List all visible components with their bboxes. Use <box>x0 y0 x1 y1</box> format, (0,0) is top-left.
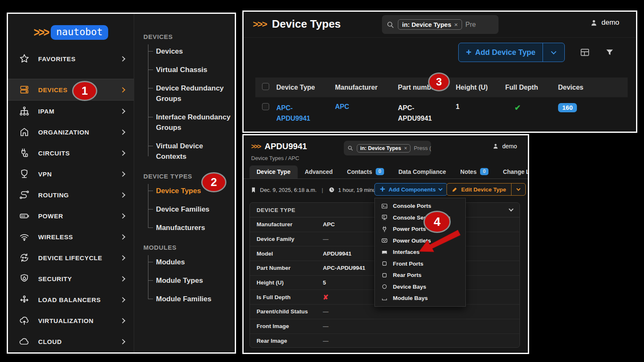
front-port-icon <box>381 260 388 267</box>
sidebar-item-devices[interactable]: DEVICES <box>8 79 134 101</box>
flyout-item-devices[interactable]: Devices <box>156 46 231 57</box>
module-bay-icon <box>381 295 388 302</box>
search-icon <box>386 21 395 29</box>
breadcrumb[interactable]: Device Types / APC <box>251 155 299 161</box>
page-title: Device Types <box>272 18 341 31</box>
menu-item-rear-ports[interactable]: Rear Ports <box>375 269 465 281</box>
column-header-manufacturer[interactable]: Manufacturer <box>332 78 395 97</box>
flyout-item-device-families[interactable]: Device Families <box>156 204 231 215</box>
power-port-icon <box>381 225 388 233</box>
plus-icon: + <box>466 47 471 58</box>
flyout-item-module-types[interactable]: Module Types <box>156 275 231 286</box>
card-row-parent-child-status: Parent/child Status — <box>250 305 519 319</box>
sidebar-item-security[interactable]: SECURITY <box>8 268 134 289</box>
plus-icon: + <box>380 184 385 195</box>
chip-close-icon[interactable]: × <box>454 21 458 28</box>
chip-close-icon[interactable]: × <box>404 145 407 151</box>
search-filter-chip[interactable]: in: Device Types × <box>398 19 462 30</box>
sidebar-item-power[interactable]: POWER <box>8 205 134 226</box>
interface-icon <box>381 248 388 256</box>
table-row: APC-APDU9941 APC APC-APDU9941 1 ✔ 160 <box>255 97 628 127</box>
sidebar-item-vpn[interactable]: VPN <box>8 163 134 184</box>
username: demo <box>502 143 517 150</box>
sidebar-item-load-balancers[interactable]: LOAD BALANCERS <box>8 289 134 310</box>
sidebar-item-ipam[interactable]: IPAM <box>8 101 134 122</box>
tab-advanced[interactable]: Advanced <box>298 165 340 178</box>
column-header-height-u[interactable]: Height (U) <box>452 78 502 97</box>
tab-notes[interactable]: Notes0 <box>453 165 496 178</box>
card-row-rear-image: Rear Image — <box>250 334 519 348</box>
edit-device-type-button[interactable]: Edit Device Type <box>447 184 511 195</box>
sidebar-item-virtualization[interactable]: VIRTUALIZATION <box>8 310 134 331</box>
menu-item-front-ports[interactable]: Front Ports <box>375 258 465 270</box>
device-lifecycle-icon <box>18 251 31 264</box>
add-device-type-caret-button[interactable] <box>543 43 564 62</box>
search-input[interactable]: in: Device Types × Pre <box>382 15 499 34</box>
step-annotation-1: 1 <box>72 81 97 101</box>
flyout-item-virtual-device-contexts[interactable]: Virtual Device Contexts <box>156 141 231 162</box>
device-type-link[interactable]: APC-APDU9941 <box>276 103 320 124</box>
flyout-item-device-redundancy-groups[interactable]: Device Redundancy Groups <box>156 83 231 104</box>
chevron-right-icon <box>120 192 125 198</box>
manufacturer-link[interactable]: APC <box>323 221 335 228</box>
flyout-item-modules[interactable]: Modules <box>156 257 231 267</box>
false-x-icon: ✘ <box>323 293 328 301</box>
notes-count-badge: 0 <box>480 168 489 175</box>
search-filter-chip[interactable]: in: Device Types × <box>357 144 410 153</box>
chevron-right-icon <box>120 87 125 93</box>
chevron-down-icon <box>439 186 443 191</box>
username: demo <box>601 18 619 27</box>
brand-chevrons-icon: >>> <box>251 143 260 150</box>
search-input[interactable]: in: Device Types × Press ( <box>344 141 431 155</box>
tab-data-compliance[interactable]: Data Compliance <box>391 165 453 178</box>
chevron-right-icon <box>120 56 125 62</box>
menu-item-device-bays[interactable]: Device Bays <box>375 281 465 293</box>
tab-change-log[interactable]: Change Log <box>496 165 529 178</box>
sidebar-item-routing[interactable]: ROUTING <box>8 184 134 205</box>
detail-header: >>> APDU9941 Device Types / APC in: Devi… <box>244 135 528 165</box>
user-menu[interactable]: demo <box>590 18 619 27</box>
menu-item-power-outlets[interactable]: Power Outlets <box>375 235 465 247</box>
menu-item-console-ports[interactable]: Console Ports <box>375 200 465 212</box>
devices-count-badge[interactable]: 160 <box>558 103 577 112</box>
manufacturer-link[interactable]: APC <box>335 103 349 110</box>
device-types-toolbar: 3 + Add Device Type <box>244 38 636 67</box>
sidebar: >>> nautobot FAVORITES DEVICES <box>8 14 134 352</box>
menu-item-module-bays[interactable]: Module Bays <box>375 292 465 304</box>
tab-device-type[interactable]: Device Type <box>249 165 298 178</box>
column-header-device-type[interactable]: Device Type <box>273 78 332 97</box>
column-header-devices[interactable]: Devices <box>555 78 628 97</box>
sidebar-item-cloud[interactable]: CLOUD <box>8 331 134 352</box>
chevron-right-icon <box>120 318 125 323</box>
flyout-item-virtual-chassis[interactable]: Virtual Chassis <box>156 65 231 75</box>
nautobot-logo[interactable]: >>> nautobot <box>8 25 134 40</box>
menu-item-interfaces[interactable]: Interfaces <box>375 246 465 258</box>
select-all-checkbox[interactable] <box>262 83 269 90</box>
flyout-item-module-families[interactable]: Module Families <box>156 294 231 304</box>
menu-item-console-server-ports[interactable]: Console Server Ports <box>375 212 465 224</box>
detail-tabs: Device Type Advanced Contacts0 Data Comp… <box>244 165 528 179</box>
add-device-type-button[interactable]: + Add Device Type <box>459 43 543 62</box>
flyout-item-manufacturers[interactable]: Manufacturers <box>156 222 231 233</box>
filter-button[interactable] <box>605 48 614 57</box>
sidebar-item-favorites[interactable]: FAVORITES <box>8 48 134 69</box>
sidebar-item-circuits[interactable]: CIRCUITS <box>8 142 134 163</box>
sidebar-item-device-lifecycle[interactable]: DEVICE LIFECYCLE <box>8 247 134 268</box>
user-menu[interactable]: demo <box>492 143 517 150</box>
table-config-button[interactable] <box>580 47 590 57</box>
edit-device-type-caret-button[interactable] <box>511 184 525 195</box>
created-date: Dec. 9, 2025, 6:18 a.m. <box>260 187 317 193</box>
sidebar-item-wireless[interactable]: WIRELESS <box>8 226 134 247</box>
sidebar-item-organization[interactable]: ORGANIZATION <box>8 122 134 142</box>
search-placeholder: Press ( <box>414 145 431 151</box>
row-checkbox[interactable] <box>262 103 269 110</box>
column-header-full-depth[interactable]: Full Depth <box>502 78 555 97</box>
flyout-item-interface-redundancy-groups[interactable]: Interface Redundancy Groups <box>156 112 231 133</box>
add-components-button[interactable]: + Add Components <box>374 183 447 196</box>
menu-item-power-ports[interactable]: Power Ports <box>375 223 465 235</box>
rear-port-icon <box>381 272 388 279</box>
tab-contacts[interactable]: Contacts0 <box>340 165 392 178</box>
add-device-type-split-button: + Add Device Type <box>458 43 565 62</box>
collapse-chevron-icon[interactable] <box>509 207 513 211</box>
wireless-icon <box>18 230 31 243</box>
